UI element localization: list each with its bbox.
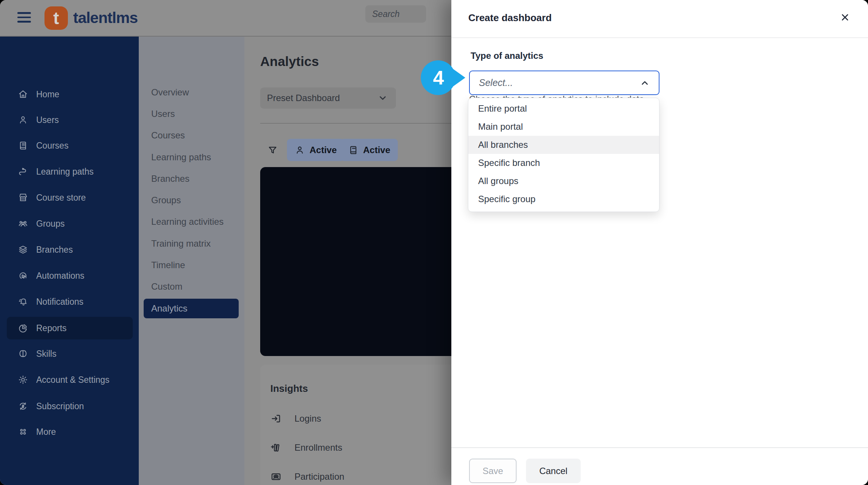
close-icon[interactable]	[837, 9, 853, 26]
search-input[interactable]: Search	[365, 5, 426, 23]
automation-icon	[17, 270, 29, 281]
grid-dots-icon	[17, 426, 29, 437]
sidebar-item-users[interactable]: Users	[7, 109, 133, 131]
participation-icon	[270, 471, 282, 482]
brand-wordmark[interactable]: talentlms	[73, 9, 138, 27]
filter-chip-courses-active[interactable]: Active	[340, 139, 398, 161]
select-options-panel: Entire portal Main portal All branches S…	[468, 98, 659, 212]
subnav-item-custom[interactable]: Custom	[144, 277, 239, 296]
sidebar-item-label: Groups	[36, 219, 64, 229]
option-entire-portal[interactable]: Entire portal	[468, 100, 659, 118]
sidebar-item-account-settings[interactable]: Account & Settings	[7, 368, 133, 391]
select-placeholder: Select...	[479, 77, 513, 88]
modal-footer-divider	[451, 447, 868, 448]
people-icon	[17, 218, 29, 229]
sidebar-item-label: Automations	[36, 271, 84, 281]
option-specific-group[interactable]: Specific group	[468, 190, 659, 208]
sidebar-item-notifications[interactable]: Notifications	[7, 290, 133, 313]
sidebar-item-courses[interactable]: Courses	[7, 134, 133, 157]
sidebar-item-home[interactable]: Home	[7, 83, 133, 106]
sidebar-item-branches[interactable]: Branches	[7, 238, 133, 261]
sidebar-item-label: Skills	[36, 349, 57, 359]
sidebar-item-label: Notifications	[36, 297, 83, 307]
sidebar-item-label: Home	[36, 89, 59, 100]
sidebar-item-label: Branches	[36, 245, 73, 255]
option-main-portal[interactable]: Main portal	[468, 118, 659, 136]
sidebar-item-label: Subscription	[36, 401, 84, 411]
subnav-item-training-matrix[interactable]: Training matrix	[144, 234, 239, 253]
main-content: Analytics Preset Dashboard Active Active…	[244, 36, 451, 485]
chevron-up-icon	[640, 78, 650, 88]
subnav-item-learning-paths[interactable]: Learning paths	[144, 147, 239, 167]
sidebar-item-label: More	[36, 427, 56, 437]
sidebar-item-automations[interactable]: Automations	[7, 264, 133, 287]
save-button[interactable]: Save	[469, 459, 517, 483]
user-icon	[294, 145, 305, 155]
subnav-item-timeline[interactable]: Timeline	[144, 255, 239, 275]
subnav-item-analytics[interactable]: Analytics	[144, 299, 239, 318]
option-all-branches[interactable]: All branches	[468, 136, 659, 154]
subnav-item-groups[interactable]: Groups	[144, 190, 239, 210]
gear-icon	[17, 374, 29, 385]
type-of-analytics-label: Type of analytics	[471, 51, 543, 61]
insight-item-logins[interactable]: Logins	[270, 413, 321, 424]
subnav-item-overview[interactable]: Overview	[144, 83, 239, 102]
subnav-item-courses[interactable]: Courses	[144, 126, 239, 145]
cancel-button[interactable]: Cancel	[526, 459, 581, 483]
sidebar-item-label: Users	[36, 115, 59, 125]
sidebar-item-label: Account & Settings	[36, 375, 109, 385]
preset-dashboard-label: Preset Dashboard	[267, 93, 340, 103]
subnav-item-users[interactable]: Users	[144, 104, 239, 124]
preset-dashboard-dropdown[interactable]: Preset Dashboard	[260, 87, 396, 109]
search-placeholder: Search	[372, 9, 400, 19]
analytics-chart-placeholder	[260, 167, 451, 356]
create-dashboard-modal: Create dashboard Type of analytics Selec…	[451, 0, 868, 485]
pie-chart-icon	[17, 322, 29, 334]
top-bar: t talentlms Search	[0, 0, 451, 37]
option-specific-branch[interactable]: Specific branch	[468, 154, 659, 172]
subnav-item-branches[interactable]: Branches	[144, 169, 239, 189]
sidebar-item-label: Reports	[36, 323, 67, 333]
sidebar-item-label: Courses	[36, 141, 69, 151]
sidebar-item-more[interactable]: More	[7, 421, 133, 443]
login-icon	[270, 413, 282, 424]
page-title: Analytics	[260, 54, 319, 69]
sidebar-item-learning-paths[interactable]: Learning paths	[7, 160, 133, 183]
insight-item-enrollments[interactable]: Enrollments	[270, 442, 342, 453]
sidebar-item-label: Course store	[36, 193, 86, 203]
insights-card: Insights Logins Enrollments Participatio…	[260, 365, 451, 485]
sidebar-item-reports[interactable]: Reports	[7, 317, 133, 339]
insights-title: Insights	[270, 383, 308, 394]
divider	[260, 123, 451, 124]
chevron-down-icon	[378, 93, 388, 103]
filter-funnel-icon[interactable]	[267, 145, 278, 155]
primary-sidebar: Home Users Courses Learning paths Course…	[0, 36, 139, 485]
book-icon	[348, 145, 359, 155]
sidebar-item-label: Learning paths	[36, 167, 94, 177]
layers-icon	[17, 244, 29, 255]
modal-title: Create dashboard	[468, 12, 552, 24]
bell-icon	[17, 296, 29, 307]
sidebar-item-groups[interactable]: Groups	[7, 212, 133, 235]
hamburger-menu-icon[interactable]	[17, 12, 31, 23]
home-icon	[17, 89, 29, 100]
type-of-analytics-select[interactable]: Select...	[469, 71, 659, 95]
talentlms-logo-icon[interactable]: t	[44, 6, 68, 30]
path-icon	[17, 166, 29, 177]
sidebar-item-subscription[interactable]: Subscription	[7, 395, 133, 417]
renew-icon	[17, 401, 29, 412]
sidebar-item-skills[interactable]: Skills	[7, 342, 133, 365]
books-plus-icon	[270, 442, 282, 453]
insight-item-participation[interactable]: Participation	[270, 471, 344, 482]
subnav-item-learning-activities[interactable]: Learning activities	[144, 212, 239, 232]
sidebar-item-course-store[interactable]: Course store	[7, 186, 133, 209]
modal-header-divider	[451, 37, 868, 38]
option-all-groups[interactable]: All groups	[468, 172, 659, 190]
store-icon	[17, 192, 29, 203]
app-window: t talentlms Search Home Users Courses Le…	[0, 0, 868, 485]
user-icon	[17, 114, 29, 126]
reports-subnav: Overview Users Courses Learning paths Br…	[139, 36, 244, 485]
brain-icon	[17, 348, 29, 359]
book-icon	[17, 140, 29, 151]
filter-chip-users-active[interactable]: Active	[287, 139, 344, 161]
